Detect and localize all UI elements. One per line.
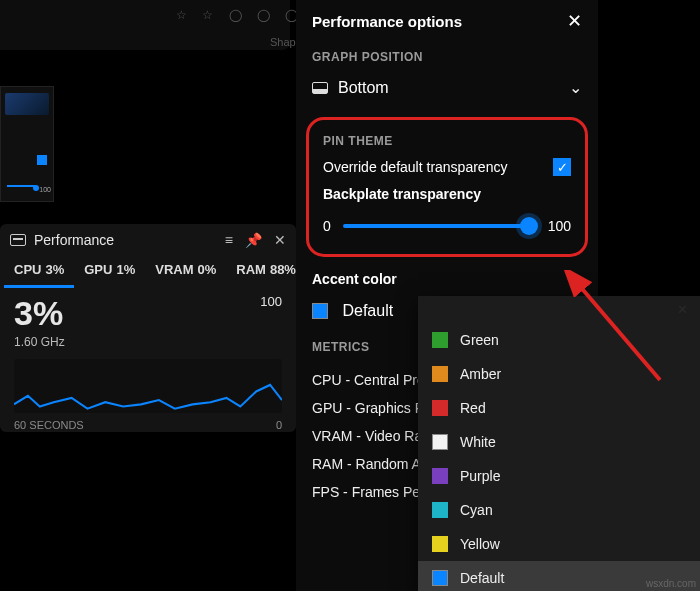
close-icon[interactable]: ✕ bbox=[677, 302, 688, 317]
override-transparency-label: Override default transparency bbox=[323, 159, 507, 175]
accent-option-label: Red bbox=[460, 400, 486, 416]
color-swatch bbox=[432, 468, 448, 484]
pin-theme-label: PIN THEME bbox=[323, 134, 571, 148]
color-swatch bbox=[432, 332, 448, 348]
accent-option-purple[interactable]: Purple bbox=[418, 459, 700, 493]
performance-main-value: 3% bbox=[14, 294, 63, 333]
color-swatch bbox=[432, 502, 448, 518]
close-icon[interactable]: ✕ bbox=[567, 10, 582, 32]
options-title: Performance options bbox=[312, 13, 462, 30]
accent-option-green[interactable]: Green bbox=[418, 323, 700, 357]
performance-tabs: CPU3% GPU1% VRAM0% RAM88% bbox=[0, 256, 296, 288]
performance-widget-header: Performance ≡ 📌 ✕ bbox=[0, 224, 296, 256]
sparkline-zero: 0 bbox=[276, 419, 282, 431]
accent-option-cyan[interactable]: Cyan bbox=[418, 493, 700, 527]
performance-scale-max: 100 bbox=[260, 294, 282, 309]
performance-icon bbox=[10, 234, 26, 246]
chevron-down-icon: ⌄ bbox=[569, 78, 582, 97]
tab-ram[interactable]: RAM88% bbox=[226, 256, 306, 288]
override-transparency-checkbox[interactable]: ✓ bbox=[553, 158, 571, 176]
thumbnail-checkbox[interactable] bbox=[37, 155, 47, 165]
performance-toolbar: ≡ 📌 ✕ bbox=[225, 232, 286, 248]
slider-max-label: 100 bbox=[548, 218, 571, 234]
slider-min-label: 0 bbox=[323, 218, 331, 234]
accent-option-yellow[interactable]: Yellow bbox=[418, 527, 700, 561]
color-swatch bbox=[432, 570, 448, 586]
thumbnail-value: 100 bbox=[39, 186, 51, 193]
accent-option-label: Cyan bbox=[460, 502, 493, 518]
pin-icon[interactable]: 📌 bbox=[245, 232, 262, 248]
watermark: wsxdn.com bbox=[646, 578, 696, 589]
performance-frequency: 1.60 GHz bbox=[14, 335, 282, 349]
tab-gpu[interactable]: GPU1% bbox=[74, 256, 145, 288]
accent-option-amber[interactable]: Amber bbox=[418, 357, 700, 391]
backplate-transparency-label: Backplate transparency bbox=[323, 186, 481, 202]
performance-widget: Performance ≡ 📌 ✕ CPU3% GPU1% VRAM0% RAM… bbox=[0, 224, 296, 432]
close-icon[interactable]: ✕ bbox=[274, 232, 286, 248]
accent-option-label: Green bbox=[460, 332, 499, 348]
bottom-position-icon bbox=[312, 82, 328, 94]
accent-option-label: Default bbox=[460, 570, 504, 586]
tab-cpu[interactable]: CPU3% bbox=[4, 256, 74, 288]
pin-theme-highlight-box: PIN THEME Override default transparency … bbox=[306, 117, 588, 257]
options-icon[interactable]: ≡ bbox=[225, 232, 233, 248]
background-shapes-label: Shap bbox=[270, 36, 296, 48]
accent-option-label: White bbox=[460, 434, 496, 450]
performance-title: Performance bbox=[34, 232, 217, 248]
color-swatch bbox=[432, 366, 448, 382]
transparency-slider[interactable] bbox=[343, 224, 536, 228]
accent-option-label: Amber bbox=[460, 366, 501, 382]
graph-position-select[interactable]: Bottom ⌄ bbox=[312, 74, 582, 113]
color-swatch bbox=[432, 434, 448, 450]
color-swatch bbox=[432, 400, 448, 416]
thumbnail-slider[interactable] bbox=[7, 185, 35, 187]
thumbnail-slider-thumb[interactable] bbox=[33, 185, 39, 191]
graph-position-label: GRAPH POSITION bbox=[312, 50, 582, 64]
thumbnail-image bbox=[5, 93, 49, 115]
accent-option-white[interactable]: White bbox=[418, 425, 700, 459]
graph-position-value: Bottom bbox=[338, 79, 389, 97]
thumbnail-preview-card: 100 bbox=[0, 86, 54, 202]
color-swatch bbox=[432, 536, 448, 552]
accent-option-label: Yellow bbox=[460, 536, 500, 552]
accent-option-red[interactable]: Red bbox=[418, 391, 700, 425]
tab-vram[interactable]: VRAM0% bbox=[145, 256, 226, 288]
accent-value: Default bbox=[342, 302, 393, 319]
sparkline-time-label: 60 SECONDS bbox=[14, 419, 84, 431]
transparency-slider-thumb[interactable] bbox=[520, 217, 538, 235]
performance-sparkline bbox=[14, 359, 282, 413]
accent-color-heading: Accent color bbox=[312, 271, 582, 287]
accent-color-dropdown: ✕ GreenAmberRedWhitePurpleCyanYellowDefa… bbox=[418, 296, 700, 591]
accent-swatch bbox=[312, 303, 328, 319]
accent-option-label: Purple bbox=[460, 468, 500, 484]
